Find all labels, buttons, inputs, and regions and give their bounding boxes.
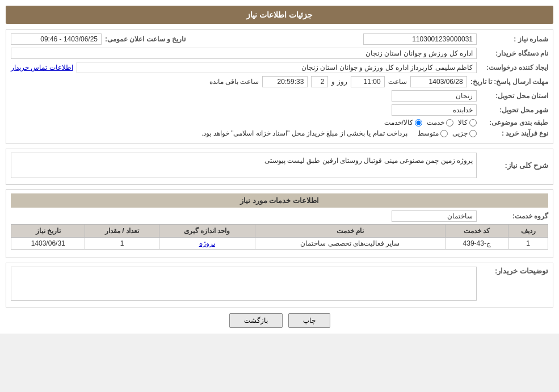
notes-box — [11, 267, 477, 301]
services-table-section: ردیف کد خدمت نام خدمت واحد اندازه گیری ت… — [11, 224, 548, 250]
th-date: تاریخ نیاز — [11, 225, 85, 238]
radio-motavasset-input[interactable] — [440, 130, 448, 137]
services-table: ردیف کد خدمت نام خدمت واحد اندازه گیری ت… — [11, 224, 548, 250]
buyer-org-label: نام دستگاه خریدار: — [480, 49, 548, 57]
row-purchase-type: نوع فرآیند خرید : جزیی متوسط پرداخت تمام… — [11, 129, 548, 137]
notes-row: توضیحات خریدار: — [11, 267, 548, 301]
notes-label: توضیحات خریدار: — [480, 267, 548, 275]
deadline-time-label: ساعت — [388, 78, 407, 86]
page-title: جزئیات اطلاعات نیاز — [246, 10, 313, 19]
province-label: استان محل تحویل: — [480, 92, 548, 100]
description-label: شرح کلی نیاز: — [480, 161, 548, 170]
deadline-label: مهلت ارسال پاسخ: تا تاریخ: — [470, 78, 548, 86]
cell-count: 1 — [85, 238, 159, 250]
requester-value: کاظم سلیمی کاربرداز اداره کل ورزش و جوان… — [77, 62, 477, 73]
announce-label: تاریخ و ساعت اعلان عمومی: — [105, 35, 186, 43]
description-row: شرح کلی نیاز: پروژه زمین چمن مصنوعی مینی… — [11, 153, 548, 178]
radio-khedmat-label: خدمت — [427, 119, 444, 127]
service-group-row: گروه خدمت: ساختمان — [11, 210, 548, 222]
radio-jozi-label: جزیی — [452, 129, 468, 137]
purchase-note: پرداخت تمام یا بخشی از مبلغ خریداز محل "… — [201, 129, 407, 137]
deadline-days: 2 — [311, 76, 328, 87]
row-deadline: مهلت ارسال پاسخ: تا تاریخ: 1403/06/28 سا… — [11, 76, 548, 87]
th-row: ردیف — [508, 225, 548, 238]
description-box: پروژه زمین چمن مصنوعی مینی فوتبال روستای… — [11, 153, 477, 178]
back-button[interactable]: بازگشت — [229, 313, 283, 328]
province-value: زنجان — [392, 90, 477, 102]
radio-kala-input[interactable] — [469, 119, 477, 127]
th-count: تعداد / مقدار — [85, 225, 159, 238]
th-name: نام خدمت — [255, 225, 445, 238]
contact-link[interactable]: اطلاعات تماس خریدار — [11, 64, 73, 71]
radio-jozi-input[interactable] — [469, 130, 477, 137]
radio-kala: کالا — [458, 119, 477, 127]
page-header: جزئیات اطلاعات نیاز — [6, 6, 553, 24]
radio-kala-khedmat-label: کالا/خدمت — [384, 119, 413, 127]
th-unit: واحد اندازه گیری — [159, 225, 255, 238]
row-buyer-org: نام دستگاه خریدار: اداره کل ورزش و جوانا… — [11, 48, 548, 59]
deadline-day-label: روز و — [331, 78, 347, 86]
row-city: شهر محل تحویل: خدابنده — [11, 104, 548, 116]
cell-date: 1403/06/31 — [11, 238, 85, 250]
category-radio-group: کالا خدمت کالا/خدمت — [384, 119, 477, 127]
category-label: طبقه بندی موضوعی: — [480, 119, 548, 127]
cell-name: سایر فعالیت‌های تخصصی ساختمان — [255, 238, 445, 250]
radio-jozi: جزیی — [452, 129, 477, 137]
purchase-type-label: نوع فرآیند خرید : — [480, 129, 548, 137]
description-section: شرح کلی نیاز: پروژه زمین چمن مصنوعی مینی… — [6, 149, 553, 185]
city-value: خدابنده — [392, 104, 477, 116]
deadline-remaining-label: ساعت باقی مانده — [209, 78, 259, 86]
row-requester: ایجاد کننده درخواست: کاظم سلیمی کاربرداز… — [11, 62, 548, 73]
buyer-org-value: اداره کل ورزش و جوانان استان زنجان — [11, 48, 477, 59]
services-section: اطلاعات خدمات مورد نیاز گروه خدمت: ساختم… — [6, 189, 553, 258]
deadline-date: 1403/06/28 — [410, 76, 467, 87]
need-number-value: 1103001239000031 — [363, 33, 477, 45]
city-label: شهر محل تحویل: — [480, 106, 548, 114]
announce-value: 1403/06/25 - 09:46 — [11, 33, 102, 45]
service-group-value: ساختمان — [392, 210, 477, 222]
deadline-time: 11:00 — [351, 76, 385, 87]
radio-motavasset-label: متوسط — [418, 129, 439, 137]
notes-section: توضیحات خریدار: — [6, 263, 553, 307]
radio-kala-label: کالا — [458, 119, 468, 127]
table-row: 1 ج-43-439 سایر فعالیت‌های تخصصی ساختمان… — [11, 238, 548, 250]
row-category: طبقه بندی موضوعی: کالا خدمت کالا/خدمت — [11, 119, 548, 127]
service-group-label: گروه خدمت: — [480, 212, 548, 220]
requester-label: ایجاد کننده درخواست: — [480, 64, 548, 71]
deadline-remaining: 20:59:33 — [262, 76, 308, 87]
cell-code: ج-43-439 — [445, 238, 508, 250]
radio-kala-khedmat-input[interactable] — [415, 119, 422, 127]
radio-khedmat: خدمت — [427, 119, 453, 127]
radio-kala-khedmat: کالا/خدمت — [384, 119, 422, 127]
description-text: پروژه زمین چمن مصنوعی مینی فوتبال روستای… — [264, 157, 473, 165]
purchase-type-radio-group: جزیی متوسط پرداخت تمام یا بخشی از مبلغ خ… — [201, 129, 477, 137]
row-province: استان محل تحویل: زنجان — [11, 90, 548, 102]
row-need-number: شماره نیاز : 1103001239000031 تاریخ و سا… — [11, 33, 548, 45]
print-button[interactable]: چاپ — [288, 313, 330, 328]
cell-row: 1 — [508, 238, 548, 250]
table-header-row: ردیف کد خدمت نام خدمت واحد اندازه گیری ت… — [11, 225, 548, 238]
th-code: کد خدمت — [445, 225, 508, 238]
page-wrapper: جزئیات اطلاعات نیاز شماره نیاز : 1103001… — [0, 0, 559, 334]
main-info-section: شماره نیاز : 1103001239000031 تاریخ و سا… — [6, 29, 553, 144]
need-number-label: شماره نیاز : — [480, 35, 548, 43]
services-section-title: اطلاعات خدمات مورد نیاز — [11, 193, 548, 208]
button-row: چاپ بازگشت — [6, 313, 553, 328]
cell-unit: پروژه — [159, 238, 255, 250]
radio-khedmat-input[interactable] — [446, 119, 453, 127]
radio-motavasset: متوسط — [418, 129, 448, 137]
